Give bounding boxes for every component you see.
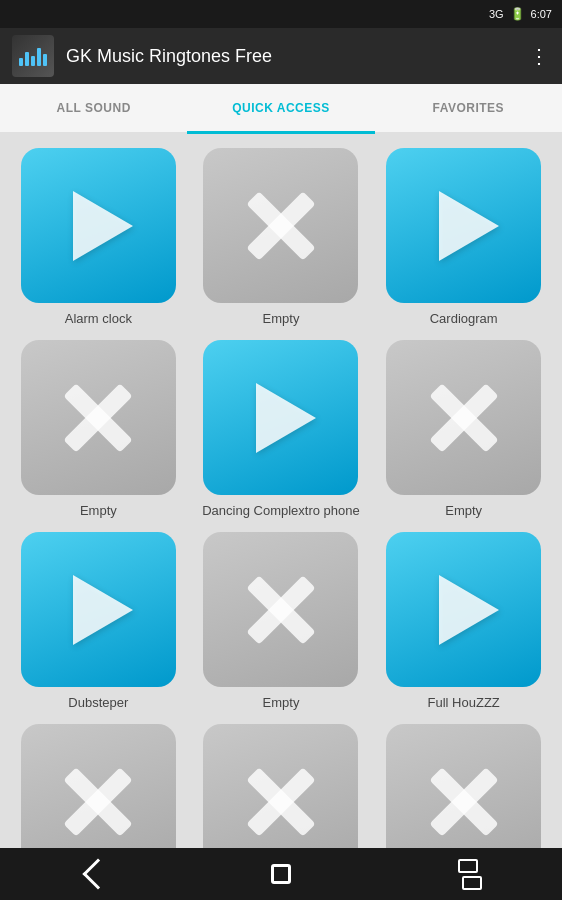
tile-label: Empty — [445, 503, 482, 518]
recents-rect — [458, 859, 478, 873]
list-item: Alarm clock — [14, 148, 183, 326]
list-item: Empty — [14, 724, 183, 848]
play-icon — [439, 191, 499, 261]
avatar-bar — [19, 58, 23, 66]
battery-icon: 🔋 — [510, 7, 525, 21]
x-icon — [245, 766, 317, 838]
play-tile-3[interactable] — [386, 148, 541, 303]
play-icon — [73, 191, 133, 261]
avatar — [12, 35, 54, 77]
empty-tile-8[interactable] — [203, 532, 358, 687]
x-icon — [428, 382, 500, 454]
play-tile-9[interactable] — [386, 532, 541, 687]
play-tile-1[interactable] — [21, 148, 176, 303]
tile-label: Cardiogram — [430, 311, 498, 326]
list-item: Dubsteper — [14, 532, 183, 710]
list-item: Empty — [379, 340, 548, 518]
recents-rect — [462, 876, 482, 890]
tile-label: Empty — [263, 311, 300, 326]
empty-tile-10[interactable] — [21, 724, 176, 848]
avatar-bars — [19, 46, 47, 66]
list-item: Dancing Complextro phone — [197, 340, 366, 518]
tile-label: Empty — [263, 695, 300, 710]
x-icon — [62, 382, 134, 454]
bottom-navigation — [0, 848, 562, 900]
tile-label: Dancing Complextro phone — [202, 503, 360, 518]
avatar-bar — [37, 48, 41, 66]
tile-label: Dubsteper — [68, 695, 128, 710]
app-header: GK Music Ringtones Free ⋮ — [0, 28, 562, 84]
list-item: Empty — [197, 532, 366, 710]
tab-favorites[interactable]: FAVORITES — [375, 84, 562, 134]
network-indicator: 3G — [489, 8, 504, 20]
x-icon — [428, 766, 500, 838]
tile-label: Alarm clock — [65, 311, 132, 326]
recents-icon — [458, 859, 478, 890]
clock: 6:07 — [531, 8, 552, 20]
play-icon — [256, 383, 316, 453]
back-icon — [82, 858, 113, 889]
avatar-bar — [31, 56, 35, 66]
list-item: Cardiogram — [379, 148, 548, 326]
play-tile-5[interactable] — [203, 340, 358, 495]
sound-grid: Alarm clockEmptyCardiogramEmptyDancing C… — [0, 134, 562, 848]
tab-bar: ALL SOUND QUICK ACCESS FAVORITES — [0, 84, 562, 134]
play-icon — [439, 575, 499, 645]
list-item: Empty — [14, 340, 183, 518]
list-item: Empty — [197, 148, 366, 326]
avatar-bar — [25, 52, 29, 66]
tab-all-sound[interactable]: ALL SOUND — [0, 84, 187, 134]
list-item: Empty — [379, 724, 548, 848]
home-button[interactable] — [251, 854, 311, 894]
empty-tile-11[interactable] — [203, 724, 358, 848]
tile-label: Full HouZZZ — [428, 695, 500, 710]
play-tile-7[interactable] — [21, 532, 176, 687]
recents-button[interactable] — [438, 854, 498, 894]
overflow-menu-button[interactable]: ⋮ — [529, 44, 550, 68]
empty-tile-2[interactable] — [203, 148, 358, 303]
x-icon — [245, 574, 317, 646]
back-button[interactable] — [64, 854, 124, 894]
avatar-bar — [43, 54, 47, 66]
tab-quick-access[interactable]: QUICK ACCESS — [187, 84, 374, 134]
app-title: GK Music Ringtones Free — [66, 46, 517, 67]
status-bar: 3G 🔋 6:07 — [0, 0, 562, 28]
tile-label: Empty — [80, 503, 117, 518]
play-icon — [73, 575, 133, 645]
empty-tile-12[interactable] — [386, 724, 541, 848]
x-icon — [62, 766, 134, 838]
content-area: Alarm clockEmptyCardiogramEmptyDancing C… — [0, 134, 562, 848]
empty-tile-4[interactable] — [21, 340, 176, 495]
list-item: Empty — [197, 724, 366, 848]
list-item: Full HouZZZ — [379, 532, 548, 710]
empty-tile-6[interactable] — [386, 340, 541, 495]
x-icon — [245, 190, 317, 262]
home-icon — [271, 864, 291, 884]
